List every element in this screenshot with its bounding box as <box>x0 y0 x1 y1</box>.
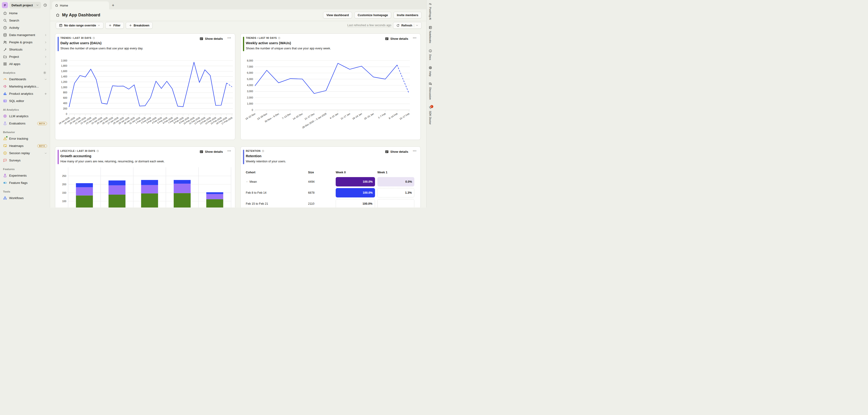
sql-icon <box>3 99 7 103</box>
tab-strip: Home + <box>50 0 426 9</box>
section-title: Analytics <box>3 71 16 74</box>
card-title[interactable]: Weekly active users (WAUs) <box>246 41 417 45</box>
sidebar-item-feature-flags[interactable]: Feature flags <box>0 179 50 186</box>
rail-item-posthog-ai[interactable]: PostHog AI <box>429 2 432 20</box>
dashboard-grid: TRENDS • LAST 30 DAYS Show details ⋯ Dai… <box>50 30 426 208</box>
card-header: RETENTION Show details ⋯ Retention Weekl… <box>241 147 421 163</box>
view-dashboard-button[interactable]: View dashboard <box>323 12 352 19</box>
customize-homepage-button[interactable]: Customize homepage <box>354 12 391 19</box>
rail-item-discussion[interactable]: Discussion <box>429 82 432 100</box>
svg-text:0: 0 <box>66 113 67 115</box>
dau-line-chart[interactable]: 02004006008001,0001,2001,4001,6001,8002,… <box>56 50 235 139</box>
add-filter-button[interactable]: Filter <box>105 22 124 29</box>
sidebar-item-error-tracking[interactable]: Error tracking <box>0 135 50 142</box>
card-header: TRENDS • LAST 90 DAYS Show details ⋯ Wee… <box>241 34 421 50</box>
project-switcher[interactable]: Default project <box>9 2 41 8</box>
details-icon <box>199 150 204 154</box>
toggle-icon <box>3 181 7 185</box>
chevron-down-icon <box>416 24 418 27</box>
sidebar-item-heatmaps[interactable]: HeatmapsBETA <box>0 142 50 150</box>
retention-row-mean[interactable]: Mean 4494 100.0% 0.0% <box>246 176 417 187</box>
week0-cell[interactable]: 100.0% <box>336 177 375 186</box>
lifecycle-bar-chart[interactable]: 250200150100500 <box>56 166 235 208</box>
sidebar-item-all-apps[interactable]: All apps <box>0 60 50 68</box>
refresh-button[interactable]: Refresh <box>393 22 422 29</box>
invite-members-button[interactable]: Invite members <box>394 12 422 19</box>
svg-text:14–20 Dec: 14–20 Dec <box>292 112 303 120</box>
clock-icon <box>92 37 95 39</box>
last-refreshed-text: Last refreshed a few seconds ago <box>347 24 392 27</box>
project-switcher-row: P Default project <box>0 1 50 9</box>
card-description: Shows the number of unique users that us… <box>60 47 231 50</box>
rail-item-notebooks[interactable]: Notebooks <box>429 26 432 43</box>
week1-cell[interactable] <box>377 199 414 208</box>
sidebar-item-shortcuts[interactable]: Shortcuts <box>0 46 50 53</box>
sidebar-item-home[interactable]: Home <box>0 9 50 17</box>
sidebar-item-marketing-analytics[interactable]: Marketing analytics... <box>0 83 50 90</box>
rail-item-sdk-doctor[interactable]: !SDK Doctor <box>429 106 432 124</box>
project-avatar: P <box>2 2 8 8</box>
home-icon <box>56 13 60 17</box>
chev-down-icon <box>44 78 47 81</box>
line-chart-svg: 01,0002,0003,0004,0005,0006,0007,0008,00… <box>241 50 420 138</box>
wau-line-chart[interactable]: 01,0002,0003,0004,0005,0006,0007,0008,00… <box>241 50 420 139</box>
sidebar-item-surveys[interactable]: Surveys <box>0 157 50 164</box>
discussion-icon <box>429 82 432 86</box>
card-title[interactable]: Growth accounting <box>60 154 231 158</box>
week0-cell[interactable]: 100.0% <box>336 199 375 208</box>
sidebar-item-search[interactable]: Search <box>0 17 50 24</box>
card-more-menu[interactable]: ⋯ <box>227 36 231 40</box>
recent-activity-button[interactable] <box>42 2 48 8</box>
add-breakdown-button[interactable]: Breakdown <box>126 22 153 29</box>
sidebar-item-workflows[interactable]: Workflows <box>0 194 50 202</box>
new-tab-button[interactable]: + <box>109 1 117 9</box>
rail-item-label: Docs <box>429 54 432 60</box>
workflow-icon <box>3 196 7 200</box>
retention-row-feb-15-to-feb-21[interactable]: Feb 15 to Feb 21 2110 100.0% <box>246 198 417 208</box>
tab-home[interactable]: Home <box>52 1 109 9</box>
sidebar-item-dashboards[interactable]: Dashboards <box>0 75 50 83</box>
date-range-label: No date range override <box>64 24 96 27</box>
rail-item-docs[interactable]: Docs <box>429 49 432 60</box>
date-range-override-button[interactable]: No date range override <box>56 22 103 29</box>
sidebar-item-product-analytics[interactable]: Product analytics <box>0 90 50 97</box>
card-more-menu[interactable]: ⋯ <box>227 149 231 153</box>
beta-badge: BETA <box>37 122 47 125</box>
sidebar-item-llm-analytics[interactable]: LLM analytics <box>0 113 50 120</box>
show-details-button[interactable]: Show details <box>385 150 408 154</box>
show-details-button[interactable]: Show details <box>199 37 223 41</box>
section-title: Behavior <box>3 131 15 134</box>
sidebar: P Default project HomeSearchActivityData… <box>0 0 50 208</box>
card-title[interactable]: Retention <box>246 154 417 158</box>
section-title: AI Analytics <box>3 108 19 111</box>
show-details-button[interactable]: Show details <box>385 37 408 41</box>
card-more-menu[interactable]: ⋯ <box>413 36 417 40</box>
show-details-button[interactable]: Show details <box>199 150 223 154</box>
sidebar-item-data-management[interactable]: Data management <box>0 31 50 39</box>
sidebar-item-evaluations[interactable]: EvaluationsBETA <box>0 120 50 127</box>
sidebar-item-project[interactable]: Project <box>0 53 50 60</box>
card-title[interactable]: Daily active users (DAUs) <box>60 41 231 45</box>
column-header-cohort: Cohort <box>246 171 308 174</box>
sidebar-item-sql-editor[interactable]: SQL editor <box>0 97 50 104</box>
svg-text:400: 400 <box>63 102 67 104</box>
play-icon <box>3 151 7 155</box>
retention-row-feb-8-to-feb-14[interactable]: Feb 8 to Feb 14 6878 100.0% 1.3% <box>246 187 417 198</box>
sidebar-item-activity[interactable]: Activity <box>0 24 50 31</box>
svg-text:0: 0 <box>252 108 253 111</box>
search-icon <box>3 19 7 23</box>
chevron-down-icon[interactable] <box>246 181 248 183</box>
week1-cell[interactable]: 0.0% <box>377 177 414 186</box>
gear-icon[interactable] <box>42 71 47 75</box>
svg-text:15–17 Feb: 15–17 Feb <box>399 112 410 120</box>
week1-cell[interactable]: 1.3% <box>377 188 414 197</box>
week0-cell[interactable]: 100.0% <box>336 188 375 197</box>
card-more-menu[interactable]: ⋯ <box>413 149 417 153</box>
stripes-icon <box>429 2 432 5</box>
sidebar-item-experiments[interactable]: Experiments <box>0 172 50 179</box>
sidebar-item-session-replay[interactable]: Session replay <box>0 150 50 157</box>
clock-icon <box>278 37 280 39</box>
chev-right-icon <box>44 48 47 51</box>
rail-item-help[interactable]: Help <box>429 66 432 76</box>
sidebar-item-people-groups[interactable]: People & groups <box>0 39 50 46</box>
